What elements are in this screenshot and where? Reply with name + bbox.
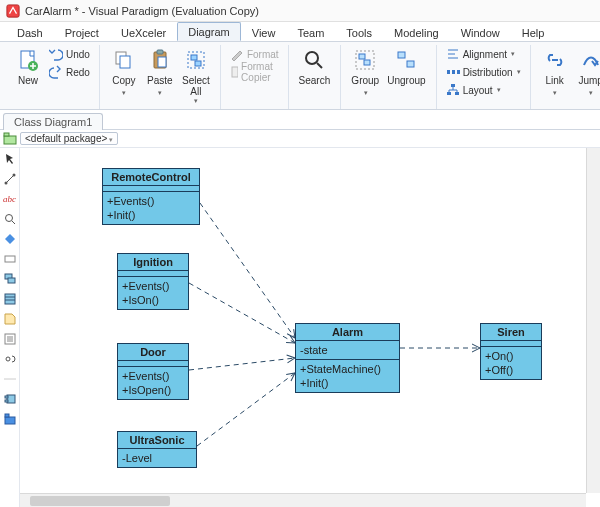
svg-rect-51 [5, 417, 15, 424]
zoom-tool-icon[interactable] [3, 212, 17, 226]
layout-icon [446, 83, 460, 97]
format-icon [230, 47, 244, 61]
link-button[interactable]: Link▾ [537, 45, 573, 101]
component-tool-icon[interactable] [3, 392, 17, 406]
svg-point-32 [4, 182, 7, 185]
undo-button[interactable]: Undo [46, 45, 93, 63]
link-icon [543, 48, 567, 72]
alignment-button[interactable]: Alignment▾ [443, 45, 524, 63]
attributes: -state [296, 341, 399, 360]
canvas-viewport[interactable]: RemoteControl +Events() +Init() Ignition… [20, 148, 600, 507]
class-ignition[interactable]: Ignition +Events() +IsOn() [117, 253, 189, 310]
distribution-button[interactable]: Distribution▾ [443, 63, 524, 81]
menu-help[interactable]: Help [511, 23, 556, 41]
svg-rect-11 [232, 67, 238, 77]
horizontal-scrollbar[interactable] [20, 493, 586, 507]
select-all-button[interactable]: Select All▾ [178, 45, 214, 108]
svg-rect-10 [195, 61, 201, 66]
format-copier-button[interactable]: Format Copier [227, 63, 282, 81]
operations: +StateMachine() +Init() [296, 360, 399, 392]
text-tool-icon[interactable]: abc [3, 192, 17, 206]
new-button[interactable]: New [10, 45, 46, 89]
menu-team[interactable]: Team [286, 23, 335, 41]
ungroup-button[interactable]: Ungroup [383, 45, 429, 89]
diamond-tool-icon[interactable] [3, 232, 17, 246]
list-tool-icon[interactable] [3, 332, 17, 346]
class-ultrasonic[interactable]: UltraSonic -Level [117, 431, 197, 468]
class-name: RemoteControl [103, 169, 199, 186]
overlap-tool-icon[interactable] [3, 272, 17, 286]
menu-dash[interactable]: Dash [6, 23, 54, 41]
class-door[interactable]: Door +Events() +IsOpen() [117, 343, 189, 400]
svg-rect-18 [407, 61, 414, 67]
alignment-icon [446, 47, 460, 61]
svg-point-46 [6, 357, 10, 361]
menu-diagram[interactable]: Diagram [177, 22, 241, 41]
note-tool-icon[interactable] [3, 312, 17, 326]
svg-line-54 [189, 283, 295, 343]
layout-button[interactable]: Layout▾ [443, 81, 524, 99]
menu-tools[interactable]: Tools [335, 23, 383, 41]
select-all-icon [184, 48, 208, 72]
tool-palette: abc [0, 148, 20, 507]
menu-window[interactable]: Window [450, 23, 511, 41]
vertical-scrollbar[interactable] [586, 148, 600, 493]
class-name: UltraSonic [118, 432, 196, 449]
svg-rect-49 [5, 396, 8, 398]
paste-icon [148, 48, 172, 72]
document-tabs: Class Diagram1 [0, 110, 600, 130]
class-remotecontrol[interactable]: RemoteControl +Events() +Init() [102, 168, 200, 225]
class-siren[interactable]: Siren +On() +Off() [480, 323, 542, 380]
class-name: Door [118, 344, 188, 361]
search-button[interactable]: Search [295, 45, 335, 89]
app-logo-icon [6, 4, 20, 18]
distribution-icon [446, 65, 460, 79]
paste-button[interactable]: Paste▾ [142, 45, 178, 101]
window-title: CarAlarm * - Visual Paradigm (Evaluation… [25, 5, 259, 17]
menu-uexceler[interactable]: UeXceler [110, 23, 177, 41]
undo-icon [49, 47, 63, 61]
svg-line-53 [200, 203, 295, 338]
svg-rect-6 [157, 50, 163, 54]
menu-view[interactable]: View [241, 23, 287, 41]
connector-tool-icon[interactable] [3, 172, 17, 186]
package-selector[interactable]: <default package>▾ [20, 132, 118, 145]
cursor-tool-icon[interactable] [3, 152, 17, 166]
svg-rect-29 [4, 136, 16, 144]
tab-class-diagram[interactable]: Class Diagram1 [3, 113, 103, 130]
package-icon [3, 132, 17, 146]
svg-rect-30 [4, 133, 9, 136]
svg-line-13 [317, 63, 322, 68]
menu-modeling[interactable]: Modeling [383, 23, 450, 41]
svg-rect-4 [120, 56, 130, 68]
svg-rect-50 [5, 400, 8, 402]
redo-button[interactable]: Redo [46, 63, 93, 81]
menu-project[interactable]: Project [54, 23, 110, 41]
sep-icon [3, 372, 17, 386]
copy-button[interactable]: Copy▾ [106, 45, 142, 101]
class-tool-icon[interactable] [3, 292, 17, 306]
class-name: Alarm [296, 324, 399, 341]
svg-line-35 [12, 221, 15, 224]
group-button[interactable]: Group▾ [347, 45, 383, 101]
class-name: Ignition [118, 254, 188, 271]
group-icon [353, 48, 377, 72]
svg-rect-24 [457, 70, 460, 74]
svg-line-56 [197, 373, 295, 446]
title-bar: CarAlarm * - Visual Paradigm (Evaluation… [0, 0, 600, 22]
diagram-canvas[interactable]: RemoteControl +Events() +Init() Ignition… [20, 148, 586, 493]
ball-socket-tool-icon[interactable] [3, 352, 17, 366]
package-tool-icon[interactable] [3, 412, 17, 426]
svg-point-33 [12, 174, 15, 177]
svg-rect-22 [447, 70, 450, 74]
svg-point-12 [306, 52, 318, 64]
svg-rect-36 [5, 256, 15, 262]
search-icon [302, 48, 326, 72]
breadcrumb: <default package>▾ [0, 130, 600, 148]
rect-tool-icon[interactable] [3, 252, 17, 266]
workspace: abc Re [0, 148, 600, 507]
redo-icon [49, 65, 63, 79]
format-copier-icon [230, 65, 238, 79]
class-alarm[interactable]: Alarm -state +StateMachine() +Init() [295, 323, 400, 393]
jump-button[interactable]: Jump▾ [573, 45, 600, 101]
